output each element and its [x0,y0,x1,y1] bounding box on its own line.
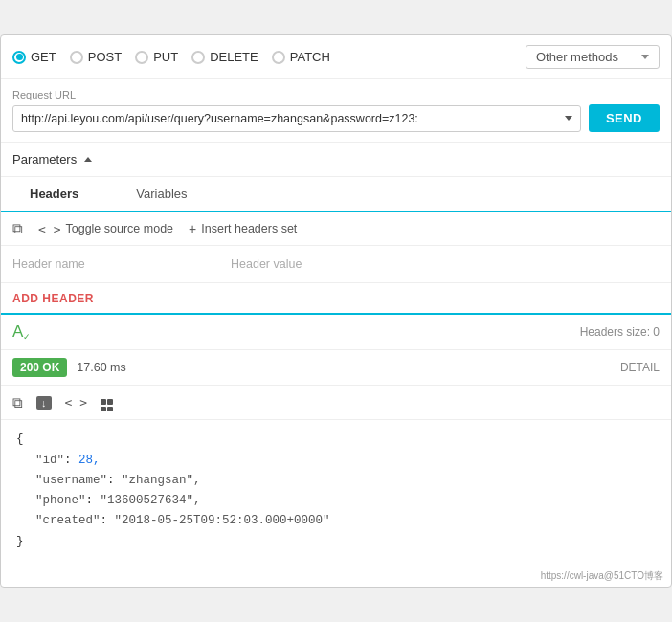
tab-headers[interactable]: Headers [1,177,107,212]
json-created-val: "2018-05-25T09:52:03.000+0000" [115,514,330,527]
json-created-line: "created": "2018-05-25T09:52:03.000+0000… [16,511,656,531]
method-post[interactable]: POST [70,50,122,64]
copy-response-icon[interactable]: ⧉ [12,394,23,411]
status-bar: A✓ Headers size: 0 [1,315,671,350]
json-created-key: "created" [35,514,101,527]
header-name-placeholder[interactable]: Header name [12,254,223,275]
url-input-row: http://api.leyou.com/api/user/query?user… [12,104,660,132]
grid-view-icon[interactable] [101,393,113,411]
json-phone-val: "13600527634", [101,494,201,507]
insert-headers-label: Insert headers set [201,222,297,235]
toggle-source-mode[interactable]: < > Toggle source mode [38,222,173,236]
json-brace-open: { [16,430,656,450]
detail-link[interactable]: DETAIL [620,361,660,374]
url-value: http://api.leyou.com/api/user/query?user… [21,112,418,125]
method-put[interactable]: PUT [135,50,178,64]
method-delete-label: DELETE [210,50,258,64]
radio-get[interactable] [12,51,26,64]
auto-fix-icon: A✓ [12,322,31,342]
copy-icon[interactable]: ⧉ [12,220,23,237]
response-toolbar: ⧉ ↓ < > [1,386,671,420]
url-label: Request URL [12,89,660,100]
params-expand-icon[interactable] [84,157,92,162]
add-header-button[interactable]: ADD HEADER [12,292,94,305]
radio-delete[interactable] [191,51,205,64]
method-get[interactable]: GET [12,50,56,64]
code-view-icon[interactable]: < > [65,395,87,410]
method-patch-label: PATCH [290,50,330,64]
download-icon[interactable]: ↓ [36,396,52,410]
json-username-line: "username": "zhangsan", [16,471,656,491]
method-bar: GET POST PUT DELETE PATCH Other methods [1,35,671,79]
json-username-val: "zhangsan", [122,474,201,487]
toggle-source-label: Toggle source mode [65,222,173,235]
url-input-container[interactable]: http://api.leyou.com/api/user/query?user… [12,105,581,132]
tab-variables[interactable]: Variables [107,177,215,211]
json-id-val: 28, [78,454,101,467]
response-bar: 200 OK 17.60 ms DETAIL [1,350,671,386]
json-phone-line: "phone": "13600527634", [16,491,656,511]
other-methods-dropdown[interactable]: Other methods [526,45,660,69]
radio-patch[interactable] [272,51,285,64]
params-bar: Parameters [1,143,671,177]
response-time: 17.60 ms [77,361,125,374]
header-value-placeholder[interactable]: Header value [223,254,660,275]
radio-post[interactable] [70,51,83,64]
url-bar: Request URL http://api.leyou.com/api/use… [1,79,671,143]
method-patch[interactable]: PATCH [272,50,330,64]
chevron-down-icon [641,55,649,59]
headers-toolbar: ⧉ < > Toggle source mode + Insert header… [1,212,671,246]
tabs-bar: Headers Variables [1,177,671,212]
params-label: Parameters [12,152,77,167]
json-username-key: "username" [35,474,107,487]
watermark: https://cwl-java@51CTO博客 [1,567,671,587]
header-fields-row: Header name Header value [1,246,671,283]
send-button[interactable]: SEND [589,104,660,132]
headers-size-label: Headers size: 0 [580,325,660,339]
method-get-label: GET [31,50,56,64]
code-brackets-icon: < > [38,222,60,236]
method-put-label: PUT [153,50,178,64]
status-badge: 200 OK [12,358,67,377]
json-id-key: "id" [35,454,64,467]
method-post-label: POST [88,50,122,64]
other-methods-label: Other methods [536,50,618,64]
grid-icon [101,399,113,411]
add-header-row: ADD HEADER [1,283,671,315]
method-delete[interactable]: DELETE [191,50,258,64]
app-window: GET POST PUT DELETE PATCH Other methods … [0,34,672,588]
json-body: { "id": 28, "username": "zhangsan", "pho… [1,420,671,567]
url-expand-icon [565,116,572,121]
json-brace-close: } [16,532,656,552]
insert-headers-set[interactable]: + Insert headers set [189,221,297,236]
radio-put[interactable] [135,51,148,64]
json-phone-key: "phone" [35,494,86,507]
plus-icon: + [189,221,196,236]
json-id-line: "id": 28, [16,451,656,471]
